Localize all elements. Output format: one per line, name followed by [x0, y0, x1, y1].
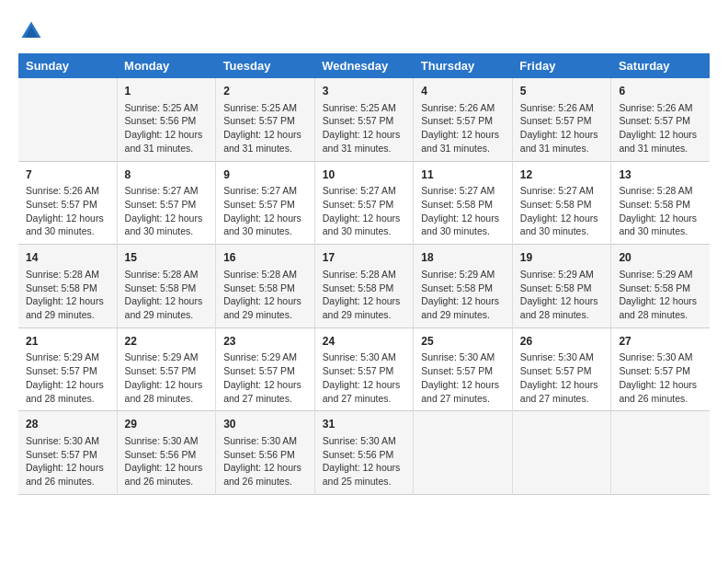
calendar-cell: 9Sunrise: 5:27 AM Sunset: 5:57 PM Daylig…	[216, 161, 315, 245]
cell-info: Sunrise: 5:28 AM Sunset: 5:58 PM Dayligh…	[619, 184, 702, 238]
cell-info: Sunrise: 5:26 AM Sunset: 5:57 PM Dayligh…	[619, 101, 702, 155]
cell-info: Sunrise: 5:26 AM Sunset: 5:57 PM Dayligh…	[26, 184, 109, 238]
day-number: 6	[619, 84, 702, 99]
day-number: 11	[421, 167, 505, 183]
day-number: 5	[520, 84, 604, 99]
cell-info: Sunrise: 5:29 AM Sunset: 5:57 PM Dayligh…	[26, 350, 109, 405]
calendar-cell: 29Sunrise: 5:30 AM Sunset: 5:56 PM Dayli…	[117, 411, 216, 495]
col-header-sunday: Sunday	[18, 53, 117, 78]
cell-info: Sunrise: 5:30 AM Sunset: 5:56 PM Dayligh…	[125, 434, 209, 488]
calendar-cell: 3Sunrise: 5:25 AM Sunset: 5:57 PM Daylig…	[314, 78, 414, 161]
day-number: 14	[26, 250, 109, 266]
day-number: 15	[125, 250, 209, 266]
cell-info: Sunrise: 5:30 AM Sunset: 5:57 PM Dayligh…	[619, 350, 702, 405]
cell-info: Sunrise: 5:30 AM Sunset: 5:57 PM Dayligh…	[421, 350, 505, 405]
col-header-saturday: Saturday	[611, 53, 710, 78]
week-row-3: 14Sunrise: 5:28 AM Sunset: 5:58 PM Dayli…	[18, 245, 710, 328]
cell-info: Sunrise: 5:27 AM Sunset: 5:58 PM Dayligh…	[520, 184, 604, 238]
cell-info: Sunrise: 5:28 AM Sunset: 5:58 PM Dayligh…	[26, 268, 109, 322]
cell-info: Sunrise: 5:29 AM Sunset: 5:57 PM Dayligh…	[125, 350, 209, 405]
week-row-2: 7Sunrise: 5:26 AM Sunset: 5:57 PM Daylig…	[18, 161, 710, 245]
calendar-cell: 7Sunrise: 5:26 AM Sunset: 5:57 PM Daylig…	[18, 161, 117, 245]
cell-info: Sunrise: 5:28 AM Sunset: 5:58 PM Dayligh…	[125, 268, 209, 322]
logo-icon	[18, 18, 44, 44]
day-number: 2	[223, 84, 307, 99]
calendar-cell: 10Sunrise: 5:27 AM Sunset: 5:57 PM Dayli…	[314, 161, 414, 245]
calendar-cell: 1Sunrise: 5:25 AM Sunset: 5:56 PM Daylig…	[117, 78, 216, 161]
cell-info: Sunrise: 5:25 AM Sunset: 5:57 PM Dayligh…	[323, 101, 406, 155]
week-row-1: 1Sunrise: 5:25 AM Sunset: 5:56 PM Daylig…	[18, 78, 710, 161]
day-number: 19	[520, 250, 604, 266]
cell-info: Sunrise: 5:27 AM Sunset: 5:58 PM Dayligh…	[421, 184, 505, 238]
day-number: 28	[26, 417, 109, 432]
calendar-table: SundayMondayTuesdayWednesdayThursdayFrid…	[18, 53, 710, 495]
day-number: 25	[421, 334, 505, 350]
header-row: SundayMondayTuesdayWednesdayThursdayFrid…	[18, 53, 710, 78]
calendar-cell: 8Sunrise: 5:27 AM Sunset: 5:57 PM Daylig…	[117, 161, 216, 245]
day-number: 10	[323, 167, 406, 183]
calendar-cell: 22Sunrise: 5:29 AM Sunset: 5:57 PM Dayli…	[117, 327, 216, 411]
calendar-cell	[611, 411, 710, 495]
cell-info: Sunrise: 5:28 AM Sunset: 5:58 PM Dayligh…	[323, 268, 406, 322]
calendar-cell: 25Sunrise: 5:30 AM Sunset: 5:57 PM Dayli…	[414, 327, 513, 411]
calendar-cell: 15Sunrise: 5:28 AM Sunset: 5:58 PM Dayli…	[117, 245, 216, 328]
logo	[18, 18, 48, 44]
calendar-cell: 12Sunrise: 5:27 AM Sunset: 5:58 PM Dayli…	[512, 161, 611, 245]
cell-info: Sunrise: 5:30 AM Sunset: 5:56 PM Dayligh…	[323, 434, 406, 488]
day-number: 9	[223, 167, 307, 183]
col-header-tuesday: Tuesday	[216, 53, 315, 78]
cell-info: Sunrise: 5:30 AM Sunset: 5:56 PM Dayligh…	[223, 434, 307, 488]
calendar-cell: 13Sunrise: 5:28 AM Sunset: 5:58 PM Dayli…	[611, 161, 710, 245]
cell-info: Sunrise: 5:30 AM Sunset: 5:57 PM Dayligh…	[26, 434, 109, 488]
page-header	[18, 18, 710, 44]
day-number: 29	[125, 417, 209, 432]
day-number: 3	[323, 84, 406, 99]
week-row-5: 28Sunrise: 5:30 AM Sunset: 5:57 PM Dayli…	[18, 411, 710, 495]
col-header-friday: Friday	[512, 53, 611, 78]
day-number: 23	[223, 334, 307, 350]
calendar-cell: 26Sunrise: 5:30 AM Sunset: 5:57 PM Dayli…	[512, 327, 611, 411]
day-number: 30	[223, 417, 307, 432]
cell-info: Sunrise: 5:29 AM Sunset: 5:57 PM Dayligh…	[223, 350, 307, 405]
day-number: 4	[421, 84, 505, 99]
calendar-cell	[414, 411, 513, 495]
cell-info: Sunrise: 5:27 AM Sunset: 5:57 PM Dayligh…	[125, 184, 209, 238]
calendar-cell: 23Sunrise: 5:29 AM Sunset: 5:57 PM Dayli…	[216, 327, 315, 411]
calendar-cell: 6Sunrise: 5:26 AM Sunset: 5:57 PM Daylig…	[611, 78, 710, 161]
day-number: 26	[520, 334, 604, 350]
calendar-cell: 11Sunrise: 5:27 AM Sunset: 5:58 PM Dayli…	[414, 161, 513, 245]
cell-info: Sunrise: 5:26 AM Sunset: 5:57 PM Dayligh…	[520, 101, 604, 155]
day-number: 22	[125, 334, 209, 350]
day-number: 21	[26, 334, 109, 350]
day-number: 24	[323, 334, 406, 350]
day-number: 18	[421, 250, 505, 266]
calendar-cell: 31Sunrise: 5:30 AM Sunset: 5:56 PM Dayli…	[314, 411, 414, 495]
day-number: 16	[223, 250, 307, 266]
calendar-cell: 19Sunrise: 5:29 AM Sunset: 5:58 PM Dayli…	[512, 245, 611, 328]
cell-info: Sunrise: 5:30 AM Sunset: 5:57 PM Dayligh…	[520, 350, 604, 405]
col-header-thursday: Thursday	[414, 53, 513, 78]
cell-info: Sunrise: 5:29 AM Sunset: 5:58 PM Dayligh…	[520, 268, 604, 322]
calendar-cell: 17Sunrise: 5:28 AM Sunset: 5:58 PM Dayli…	[314, 245, 414, 328]
calendar-cell: 16Sunrise: 5:28 AM Sunset: 5:58 PM Dayli…	[216, 245, 315, 328]
col-header-wednesday: Wednesday	[314, 53, 414, 78]
calendar-cell: 30Sunrise: 5:30 AM Sunset: 5:56 PM Dayli…	[216, 411, 315, 495]
calendar-cell: 18Sunrise: 5:29 AM Sunset: 5:58 PM Dayli…	[414, 245, 513, 328]
cell-info: Sunrise: 5:29 AM Sunset: 5:58 PM Dayligh…	[421, 268, 505, 322]
calendar-cell: 4Sunrise: 5:26 AM Sunset: 5:57 PM Daylig…	[414, 78, 513, 161]
day-number: 27	[619, 334, 702, 350]
calendar-cell	[18, 78, 117, 161]
cell-info: Sunrise: 5:29 AM Sunset: 5:58 PM Dayligh…	[619, 268, 702, 322]
cell-info: Sunrise: 5:25 AM Sunset: 5:57 PM Dayligh…	[223, 101, 307, 155]
calendar-cell: 2Sunrise: 5:25 AM Sunset: 5:57 PM Daylig…	[216, 78, 315, 161]
calendar-cell: 14Sunrise: 5:28 AM Sunset: 5:58 PM Dayli…	[18, 245, 117, 328]
calendar-cell	[512, 411, 611, 495]
calendar-cell: 5Sunrise: 5:26 AM Sunset: 5:57 PM Daylig…	[512, 78, 611, 161]
day-number: 1	[125, 84, 209, 99]
calendar-cell: 27Sunrise: 5:30 AM Sunset: 5:57 PM Dayli…	[611, 327, 710, 411]
day-number: 12	[520, 167, 604, 183]
week-row-4: 21Sunrise: 5:29 AM Sunset: 5:57 PM Dayli…	[18, 327, 710, 411]
cell-info: Sunrise: 5:25 AM Sunset: 5:56 PM Dayligh…	[125, 101, 209, 155]
calendar-cell: 24Sunrise: 5:30 AM Sunset: 5:57 PM Dayli…	[314, 327, 414, 411]
day-number: 17	[323, 250, 406, 266]
